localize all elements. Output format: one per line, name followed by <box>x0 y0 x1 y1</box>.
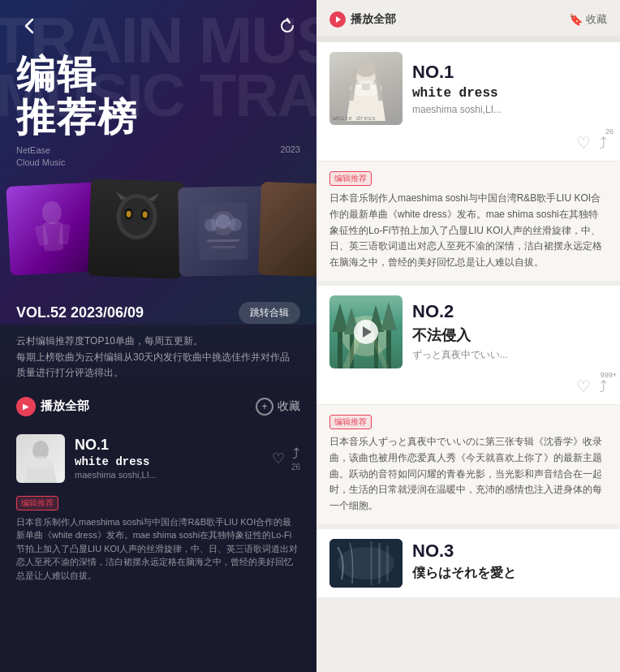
play-all-label: 播放全部 <box>41 398 89 414</box>
cover-3 <box>178 186 269 277</box>
back-button[interactable] <box>16 13 42 39</box>
svg-rect-39 <box>378 543 381 584</box>
right-track2-artist: ずっと真夜中でいい... <box>412 348 607 362</box>
right-track2-actions: ♡ 999+ ⤴ <box>316 377 620 404</box>
right-track2-share[interactable]: 999+ ⤴ <box>599 377 607 396</box>
refresh-button[interactable] <box>274 13 300 39</box>
bookmark-icon: 🔖 <box>569 13 583 26</box>
right-track2-art <box>329 295 403 368</box>
right-track1-editorial: 编辑推荐 日本音乐制作人maeshima soshi与中国台湾R&B歌手LIU … <box>316 161 620 281</box>
svg-marker-21 <box>336 16 341 23</box>
right-track2-no: NO.2 <box>412 301 607 322</box>
right-track2-name: 不法侵入 <box>412 325 607 345</box>
description-area: 云村编辑推荐度TOP10单曲，每周五更新。 每期上榜歌曲为云村编辑从30天内发行… <box>0 334 316 390</box>
collect-icon: + <box>256 398 273 416</box>
right-track1-meta: NO.1 white dress maeshima soshi,LI... <box>412 62 607 115</box>
right-header-left: 播放全部 <box>329 11 396 28</box>
cover-1 <box>6 183 100 277</box>
svg-rect-41 <box>370 541 372 585</box>
right-editorial-text1: 日本音乐制作人maeshima soshi与中国台湾R&B歌手LIU KOI合作… <box>329 191 607 271</box>
left-panel: TRAIN MUSIC TRAIN MUSIC TRAIN MUSIC 编辑 推… <box>0 0 316 672</box>
right-editorial-tag1: 编辑推荐 <box>329 171 372 186</box>
right-editorial-text2: 日本音乐人ずっと真夜中でいいのに第三张专辑《沈香学》收录曲，该曲也被用作恋爱真人… <box>329 434 607 515</box>
right-track1-heart[interactable]: ♡ <box>576 133 591 153</box>
separator1 <box>316 36 620 42</box>
album-covers <box>8 180 308 286</box>
svg-rect-24 <box>362 84 370 90</box>
right-track1-top: white dress NO.1 white dress maeshima so… <box>316 42 620 133</box>
vol-row: VOL.52 2023/06/09 跳转合辑 <box>0 292 316 334</box>
red-dot-icon <box>329 11 346 28</box>
right-track1[interactable]: white dress NO.1 white dress maeshima so… <box>316 42 620 281</box>
svg-point-0 <box>41 201 62 225</box>
left-editorial1: 编辑推荐 日本音乐制作人maeshima soshi与中国台湾R&B歌手LIU … <box>0 491 316 589</box>
hero-branding: NetEase Cloud Music 2023 <box>0 140 316 174</box>
svg-rect-27 <box>338 328 342 368</box>
track1-thumb <box>16 434 65 483</box>
svg-marker-28 <box>332 304 348 332</box>
svg-marker-34 <box>381 302 397 330</box>
right-track1-artist: maeshima soshi,LI... <box>412 104 607 115</box>
nav-bar <box>0 0 316 45</box>
desc-text: 云村编辑推荐度TOP10单曲，每周五更新。 每期上榜歌曲为云村编辑从30天内发行… <box>16 334 300 381</box>
brand-name: NetEase Cloud Music <box>16 144 300 170</box>
play-overlay2[interactable] <box>354 320 378 344</box>
right-track1-share[interactable]: 26 ⤴ <box>599 134 607 153</box>
track1-heart[interactable]: ♡ <box>272 450 285 467</box>
cover-4 <box>258 182 316 278</box>
right-track1-no: NO.1 <box>412 62 607 83</box>
right-track2-meta: NO.2 不法侵入 ずっと真夜中でいい... <box>412 301 607 362</box>
right-track2-top: NO.2 不法侵入 ずっと真夜中でいい... <box>316 286 620 377</box>
vol-label: VOL.52 2023/06/09 <box>16 304 144 321</box>
year-badge: 2023 <box>281 144 300 154</box>
track1-artist: maeshima soshi,LI... <box>75 470 262 480</box>
right-track2-share-count: 999+ <box>601 371 617 379</box>
right-panel: 播放全部 🔖 收藏 <box>316 0 620 672</box>
track1-name: white dress <box>75 455 262 468</box>
right-track2-editorial: 编辑推荐 日本音乐人ずっと真夜中でいいのに第三张专辑《沈香学》收录曲，该曲也被用… <box>316 404 620 524</box>
track1-share-count: 26 <box>291 463 300 472</box>
track1-info: NO.1 white dress maeshima soshi,LI... <box>75 437 262 480</box>
play-icon: ▶ <box>16 397 36 416</box>
track1-share[interactable]: ⤴ <box>292 446 299 463</box>
collect-label: 收藏 <box>278 399 300 414</box>
right-track3-meta: NO.3 僕らはそれを愛と <box>412 541 607 585</box>
left-track1[interactable]: NO.1 white dress maeshima soshi,LI... ♡ … <box>0 426 316 491</box>
right-track1-name: white dress <box>412 86 607 101</box>
collect-button[interactable]: + 收藏 <box>256 398 300 416</box>
right-track3-art <box>329 539 403 588</box>
svg-rect-40 <box>386 545 389 581</box>
right-play-all-label[interactable]: 播放全部 <box>351 12 396 27</box>
svg-point-38 <box>338 547 394 579</box>
right-collect-label: 收藏 <box>586 12 607 27</box>
play-triangle2 <box>363 326 372 338</box>
right-track3-name: 僕らはそれを愛と <box>412 565 607 582</box>
right-header: 播放全部 🔖 收藏 <box>316 0 620 36</box>
svg-point-25 <box>355 61 377 77</box>
right-editorial-tag2: 编辑推荐 <box>329 415 372 429</box>
editorial-desc1: 日本音乐制作人maeshima soshi与中国台湾R&B歌手LIU KOI合作… <box>16 515 300 583</box>
right-track2-heart[interactable]: ♡ <box>576 377 591 396</box>
svg-point-20 <box>28 456 53 469</box>
right-track1-share-count: 26 <box>605 127 614 136</box>
editorial-tag1: 编辑推荐 <box>16 496 58 510</box>
cover-2 <box>88 179 184 279</box>
right-track1-actions: ♡ 26 ⤴ <box>316 133 620 161</box>
right-track1-art: white dress <box>329 52 403 125</box>
play-all-button[interactable]: ▶ 播放全部 <box>16 397 89 416</box>
track1-no: NO.1 <box>75 437 262 454</box>
right-collect-button[interactable]: 🔖 收藏 <box>569 12 607 27</box>
right-track3-no: NO.3 <box>412 541 607 562</box>
action-bar: ▶ 播放全部 + 收藏 <box>0 390 316 426</box>
track1-actions: ♡ ⤴ 26 <box>272 446 300 472</box>
jump-button[interactable]: 跳转合辑 <box>239 302 300 324</box>
svg-rect-33 <box>386 328 391 368</box>
title-line2: 推荐榜 <box>16 97 300 140</box>
right-track2[interactable]: NO.2 不法侵入 ずっと真夜中でいい... ♡ 999+ ⤴ 编辑推荐 日本音… <box>316 286 620 524</box>
right-track3[interactable]: NO.3 僕らはそれを愛と <box>316 529 620 597</box>
hero-title: 编辑 推荐榜 <box>0 45 316 140</box>
title-line1: 编辑 <box>16 54 300 97</box>
